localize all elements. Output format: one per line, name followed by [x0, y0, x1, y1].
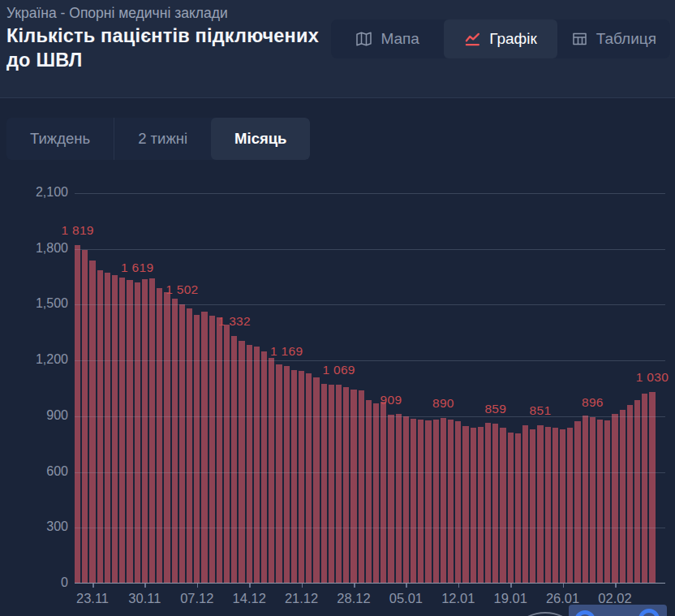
bar[interactable] — [649, 392, 655, 584]
bar[interactable] — [89, 261, 95, 584]
bar[interactable] — [583, 416, 588, 584]
x-axis-tick-mark — [354, 584, 355, 588]
bar[interactable] — [604, 420, 610, 584]
bar[interactable] — [455, 421, 461, 584]
bar[interactable] — [135, 282, 140, 584]
bar[interactable] — [425, 420, 431, 584]
bar[interactable] — [418, 420, 423, 584]
bar[interactable] — [403, 416, 409, 584]
y-axis-tick-label: 1,500 — [3, 296, 68, 311]
bar[interactable] — [597, 420, 603, 584]
bar[interactable] — [187, 308, 192, 584]
bar[interactable] — [627, 405, 633, 584]
x-axis-tick-label: 21.12 — [276, 591, 328, 606]
bar[interactable] — [239, 341, 244, 584]
bar[interactable] — [149, 278, 155, 584]
x-axis-tick-mark — [92, 584, 94, 588]
bar[interactable] — [485, 423, 491, 584]
bar[interactable] — [366, 400, 372, 584]
bar[interactable] — [350, 390, 356, 584]
bar[interactable] — [508, 433, 514, 584]
bar[interactable] — [112, 275, 118, 584]
bar[interactable] — [157, 288, 162, 584]
bar[interactable] — [105, 273, 110, 584]
bar[interactable] — [642, 394, 647, 584]
bar[interactable] — [172, 299, 178, 584]
bar[interactable] — [634, 400, 640, 584]
dashboard: Україна - Опорні медичні заклади Кількіс… — [0, 0, 675, 616]
bar[interactable] — [522, 425, 528, 584]
x-axis-tick-mark — [249, 584, 251, 588]
bar[interactable] — [336, 385, 342, 584]
x-axis-tick-mark — [563, 584, 565, 588]
bar-value-label: 1 030 — [615, 370, 675, 385]
bar[interactable] — [329, 385, 334, 584]
bar[interactable] — [373, 403, 379, 584]
bar[interactable] — [231, 336, 237, 584]
bar[interactable] — [590, 417, 595, 584]
bar[interactable] — [254, 347, 260, 584]
bar[interactable] — [471, 428, 476, 584]
bar[interactable] — [291, 370, 297, 584]
bar[interactable] — [261, 351, 267, 584]
bar[interactable] — [119, 278, 125, 584]
bar[interactable] — [441, 418, 446, 584]
y-axis-tick-label: 1,200 — [3, 352, 68, 367]
bar[interactable] — [574, 421, 580, 584]
bar[interactable] — [179, 304, 185, 584]
x-axis-tick-label: 19.01 — [484, 591, 536, 606]
bar[interactable] — [284, 366, 290, 584]
bar[interactable] — [537, 425, 543, 584]
bar[interactable] — [500, 428, 505, 584]
bar[interactable] — [164, 292, 170, 584]
x-axis-tick-label: 30.11 — [118, 591, 170, 606]
x-axis-tick-mark — [144, 584, 146, 588]
bar[interactable] — [388, 415, 393, 584]
bar[interactable] — [612, 414, 617, 584]
bar[interactable] — [552, 428, 558, 584]
bar-value-label: 1 332 — [197, 314, 272, 329]
bar[interactable] — [515, 433, 521, 584]
bar[interactable] — [276, 364, 282, 584]
bar[interactable] — [396, 414, 402, 584]
bar[interactable] — [201, 312, 207, 584]
bar[interactable] — [462, 426, 468, 584]
bar[interactable] — [411, 419, 416, 584]
bar[interactable] — [448, 420, 454, 584]
bar[interactable] — [545, 427, 551, 584]
gridline — [75, 249, 665, 250]
bar[interactable] — [127, 280, 132, 584]
x-axis-line — [75, 583, 665, 584]
bar[interactable] — [313, 377, 319, 584]
bar[interactable] — [530, 429, 535, 584]
bar[interactable] — [478, 427, 484, 584]
x-axis-tick-label: 14.12 — [223, 591, 275, 606]
bar[interactable] — [247, 345, 252, 584]
bar[interactable] — [194, 315, 200, 584]
bar[interactable] — [492, 424, 498, 584]
bar[interactable] — [97, 270, 103, 584]
bar[interactable] — [269, 358, 274, 584]
x-axis-tick-label: 28.12 — [328, 591, 380, 606]
bar[interactable] — [75, 245, 80, 584]
bar[interactable] — [209, 316, 215, 584]
x-axis-tick-mark — [302, 584, 303, 588]
bar[interactable] — [567, 428, 573, 584]
bar[interactable] — [142, 279, 148, 584]
bar[interactable] — [321, 384, 327, 584]
bar[interactable] — [560, 429, 565, 584]
bar[interactable] — [380, 402, 386, 584]
bar[interactable] — [217, 317, 222, 584]
bar[interactable] — [306, 373, 312, 584]
bar[interactable] — [620, 410, 626, 584]
bar[interactable] — [433, 420, 439, 584]
x-axis-tick-mark — [458, 584, 460, 588]
bar[interactable] — [359, 390, 364, 584]
bar[interactable] — [224, 325, 230, 584]
y-axis-tick-label: 600 — [3, 464, 68, 479]
bar[interactable] — [299, 371, 304, 584]
y-axis-tick-label: 0 — [3, 575, 68, 590]
y-axis-tick-label: 2,100 — [3, 185, 68, 200]
x-axis-tick-label: 07.12 — [171, 591, 223, 606]
gridline — [75, 472, 665, 473]
